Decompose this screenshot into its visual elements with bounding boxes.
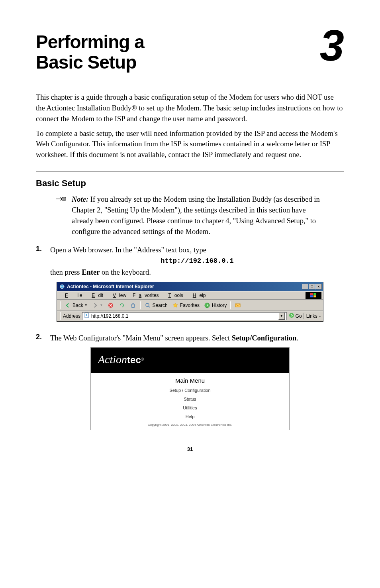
forward-dropdown-icon: ▼ [100,303,103,307]
back-arrow-icon [64,302,71,309]
note-label: Note: [72,195,88,203]
links-button[interactable]: Links » [304,313,321,319]
menu-status[interactable]: Status [91,397,289,401]
step-1-text-b-suffix: on the keyboard. [100,268,151,276]
refresh-button[interactable] [117,301,127,309]
section-divider [36,171,344,172]
menu-help[interactable]: Help [91,414,289,419]
main-menu-title: Main Menu [91,377,289,384]
favorites-button[interactable]: Favorites [170,301,201,309]
svg-point-15 [86,314,87,316]
go-label: Go [296,313,302,319]
svg-line-11 [149,306,150,307]
history-button[interactable]: History [202,301,228,309]
forward-arrow-icon [92,302,99,309]
chapter-title-line1: Performing a [36,31,144,52]
go-arrow-icon [288,312,295,320]
ie-toolbar: Back ▼ ▼ Sea [57,300,323,311]
home-button[interactable] [128,301,138,309]
step-2: 2. The Web Configurator's "Main Menu" sc… [36,333,344,344]
note-block: Note: If you already set up the Modem us… [55,194,344,237]
menu-setup-configuration[interactable]: Setup / Configuration [91,388,289,393]
svg-rect-7 [310,295,313,297]
note-pointing-hand-icon [55,195,67,205]
step-1-text-b-bold: Enter [82,268,100,276]
mail-icon [234,302,241,309]
back-dropdown-icon: ▼ [84,303,88,307]
menu-view[interactable]: View [106,292,129,299]
search-icon [144,302,151,309]
address-page-icon [84,313,90,319]
back-button[interactable]: Back ▼ [63,301,89,309]
step-2-text-suffix: . [296,334,298,342]
ie-addressbar: Address http://192.168.0.1 ▼ Go Links » [57,311,323,321]
search-label: Search [153,303,168,308]
home-icon [129,302,137,309]
section-heading: Basic Setup [36,178,344,189]
step-1-address: http://192.168.0.1 [50,256,344,266]
page-number: 31 [36,446,344,452]
chapter-number: 3 [320,28,344,63]
close-button[interactable]: × [315,284,322,289]
actiontec-body: Main Menu Setup / Configuration Status U… [91,373,289,430]
menu-edit[interactable]: Edit [85,292,106,299]
intro-paragraph-1: This chapter is a guide through a basic … [36,92,344,124]
actiontec-logo-script: Action [98,353,127,366]
forward-button[interactable]: ▼ [90,301,104,309]
minimize-button[interactable]: _ [302,284,308,289]
address-label: Address [63,313,80,319]
step-2-text-bold: Setup/Configuration [232,334,296,342]
search-button[interactable]: Search [143,301,169,309]
stop-button[interactable] [106,301,116,309]
refresh-icon [118,302,125,309]
step-2-number: 2. [36,333,50,341]
maximize-button[interactable]: □ [309,284,315,289]
go-button[interactable]: Go [288,312,302,320]
actiontec-header: Actiontec® [91,348,289,373]
svg-rect-5 [310,293,313,295]
actiontec-panel: Actiontec® Main Menu Setup / Configurati… [90,347,290,430]
menu-utilities[interactable]: Utilities [91,405,289,410]
chapter-header: Performing a Basic Setup 3 [36,32,344,72]
address-input[interactable]: http://192.168.0.1 ▼ [82,312,287,320]
step-1: 1. Open a Web browser. In the "Address" … [36,245,344,277]
favorites-star-icon [172,302,179,309]
step-2-content: The Web Configurator's "Main Menu" scree… [50,333,344,344]
chapter-title: Performing a Basic Setup [36,32,144,72]
history-clock-icon [204,302,211,309]
favorites-label: Favorites [180,303,200,308]
toolbar-divider-1 [140,301,141,309]
toolbar-divider-2 [230,301,231,309]
step-2-text-prefix: The Web Configurator's "Main Menu" scree… [50,334,232,342]
links-label: Links [306,313,317,319]
menu-file[interactable]: File [59,292,85,299]
svg-rect-8 [313,295,316,297]
ie-title-text: Actiontec - Microsoft Internet Explorer [67,284,154,289]
note-body: If you already set up the Modem using th… [72,195,320,235]
links-chevron-icon: » [319,315,321,319]
history-label: History [212,303,227,308]
copyright-text: Copyright 2001, 2002, 2003, 2004 Actiont… [91,423,289,427]
ie-menubar: File Edit View Favorites Tools Help [57,291,323,300]
svg-point-16 [289,313,294,318]
toolbar-grip [60,301,61,309]
step-1-content: Open a Web browser. In the "Address" tex… [50,245,344,277]
intro-paragraph-2: To complete a basic setup, the user will… [36,128,344,160]
ie-titlebar: Actiontec - Microsoft Internet Explorer … [57,282,323,291]
menu-help[interactable]: Help [186,292,209,299]
address-dropdown-button[interactable]: ▼ [278,313,285,320]
menu-tools[interactable]: Tools [162,292,186,299]
step-1-number: 1. [36,245,50,253]
svg-rect-6 [313,293,316,295]
back-label: Back [72,303,83,308]
menu-favorites[interactable]: Favorites [129,292,162,299]
mail-button[interactable] [233,301,243,309]
ie-app-icon [59,284,65,289]
registered-symbol: ® [141,357,144,362]
note-text: Note: If you already set up the Modem us… [72,194,344,237]
windows-flag-icon [306,292,321,299]
addressbar-grip [60,312,61,320]
svg-point-10 [146,303,149,307]
stop-icon [107,302,114,309]
address-value: http://192.168.0.1 [91,313,128,319]
